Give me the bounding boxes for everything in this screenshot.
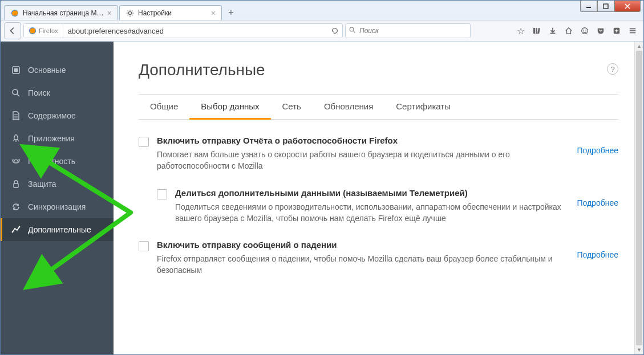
svg-rect-34: [14, 183, 18, 187]
setting-desc: Помогает вам больше узнать о скорости ра…: [157, 149, 568, 172]
sidebar-item-label: Синхронизация: [28, 202, 86, 211]
svg-rect-0: [586, 7, 591, 8]
svg-point-13: [350, 27, 354, 31]
learn-more-link[interactable]: Подробнее: [577, 146, 618, 155]
subtab-general[interactable]: Общие: [139, 95, 189, 119]
pocket-icon[interactable]: [596, 26, 606, 36]
sidebar-item-label: Приложения: [28, 134, 75, 143]
setting-text: Включить отправку сообщений о падении Fi…: [157, 240, 577, 276]
tab-close-icon[interactable]: ×: [107, 9, 112, 18]
tab-close-icon[interactable]: ×: [211, 9, 216, 18]
learn-more-link[interactable]: Подробнее: [577, 250, 618, 259]
help-icon[interactable]: ?: [607, 63, 618, 75]
hello-icon[interactable]: [580, 26, 590, 36]
svg-rect-17: [537, 28, 540, 34]
preferences-sidebar: Основные Поиск Содержимое Приложения При…: [1, 42, 114, 354]
sidebar-item-advanced[interactable]: Дополнительные: [1, 218, 114, 241]
sidebar-item-label: Защита: [28, 179, 56, 189]
svg-line-8: [128, 10, 128, 11]
sidebar-item-applications[interactable]: Приложения: [1, 127, 114, 150]
svg-line-9: [132, 15, 132, 15]
toolbar-icons: ☆: [516, 26, 640, 36]
svg-line-14: [354, 31, 355, 33]
firefox-icon: [29, 27, 37, 35]
sidebar-item-sync[interactable]: Синхронизация: [1, 195, 114, 218]
downloads-icon[interactable]: [548, 26, 558, 36]
document-icon: [11, 111, 21, 121]
window-minimize-button[interactable]: [580, 1, 597, 12]
new-tab-button[interactable]: +: [223, 5, 239, 20]
subtab-network[interactable]: Сеть: [271, 95, 313, 119]
sidebar-item-label: Приватность: [28, 157, 75, 166]
svg-point-32: [14, 161, 15, 162]
svg-rect-1: [604, 4, 608, 9]
svg-line-11: [132, 10, 132, 11]
scroll-up-icon[interactable]: ▲: [635, 42, 643, 51]
svg-point-18: [582, 28, 588, 34]
browser-tabs: Начальная страница Mozi... × Настройки ×…: [1, 1, 643, 20]
sidebar-item-general[interactable]: Основные: [1, 59, 114, 81]
checkbox-crash-reports[interactable]: [139, 241, 149, 251]
tab-label: Настройки: [138, 9, 208, 17]
content-area: Основные Поиск Содержимое Приложения При…: [1, 42, 643, 354]
vertical-scrollbar[interactable]: ▲ ▼: [634, 42, 643, 354]
search-input[interactable]: [359, 27, 467, 35]
sidebar-item-content[interactable]: Содержимое: [1, 104, 114, 127]
svg-point-36: [19, 226, 21, 228]
navigation-bar: Firefox about:preferences#advanced ☆: [1, 20, 643, 42]
setting-crash-reports: Включить отправку сообщений о падении Fi…: [139, 240, 618, 276]
scroll-down-icon[interactable]: ▼: [635, 345, 643, 354]
svg-point-20: [585, 30, 586, 31]
url-bar[interactable]: Firefox about:preferences#advanced: [23, 23, 343, 38]
setting-title: Делиться дополнительными данными (называ…: [175, 188, 568, 198]
tab-label: Начальная страница Mozi...: [23, 9, 104, 17]
gear-icon: [125, 9, 135, 18]
reload-button[interactable]: [327, 24, 342, 38]
setting-title: Включить отправку Отчёта о работоспособн…: [157, 136, 568, 145]
addons-icon[interactable]: [611, 26, 622, 36]
svg-rect-16: [536, 28, 537, 34]
page-title: Дополнительные: [139, 61, 618, 79]
browser-tab[interactable]: Начальная страница Mozi... ×: [4, 5, 118, 20]
mask-icon: [11, 156, 21, 166]
bookmark-star-icon[interactable]: ☆: [516, 26, 526, 36]
window-controls: [580, 1, 641, 12]
window-maximize-button[interactable]: [597, 1, 614, 12]
sidebar-item-security[interactable]: Защита: [1, 173, 114, 195]
search-icon: [349, 26, 356, 36]
setting-health-report: Включить отправку Отчёта о работоспособн…: [139, 136, 618, 172]
search-icon: [11, 88, 21, 98]
setting-telemetry: Делиться дополнительными данными (называ…: [139, 188, 618, 225]
back-button[interactable]: [4, 22, 21, 39]
browser-tab-active[interactable]: Настройки ×: [119, 5, 222, 20]
home-icon[interactable]: [564, 26, 574, 36]
search-box[interactable]: [345, 23, 471, 38]
svg-rect-15: [533, 28, 535, 34]
setting-desc: Firefox отправляет сообщения о падении, …: [157, 253, 568, 276]
window-close-button[interactable]: [614, 1, 641, 12]
lock-icon: [11, 179, 21, 189]
main-content: Дополнительные ? Общие Выбор данных Сеть…: [114, 42, 643, 354]
sub-tabs: Общие Выбор данных Сеть Обновления Серти…: [139, 94, 618, 120]
subtab-certificates[interactable]: Сертификаты: [384, 95, 462, 119]
library-icon[interactable]: [532, 26, 542, 36]
svg-point-3: [128, 11, 131, 14]
checkbox-health-report[interactable]: [139, 137, 149, 147]
subtab-updates[interactable]: Обновления: [313, 95, 384, 119]
sidebar-item-label: Основные: [28, 66, 66, 75]
subtab-data-choices[interactable]: Выбор данных: [189, 95, 270, 120]
svg-point-33: [17, 161, 18, 162]
svg-line-28: [17, 94, 19, 96]
sidebar-item-search[interactable]: Поиск: [1, 81, 114, 104]
svg-point-27: [13, 89, 18, 95]
sync-icon: [11, 202, 21, 212]
scroll-thumb[interactable]: [636, 51, 642, 345]
setting-desc: Поделиться сведениями о производительнос…: [175, 201, 568, 225]
rocket-icon: [11, 133, 21, 144]
menu-icon[interactable]: [627, 26, 638, 36]
sidebar-item-privacy[interactable]: Приватность: [1, 150, 114, 173]
checkbox-telemetry[interactable]: [157, 189, 167, 199]
learn-more-link[interactable]: Подробнее: [577, 198, 618, 207]
firefox-icon: [10, 9, 19, 18]
sidebar-item-label: Содержимое: [28, 111, 76, 120]
